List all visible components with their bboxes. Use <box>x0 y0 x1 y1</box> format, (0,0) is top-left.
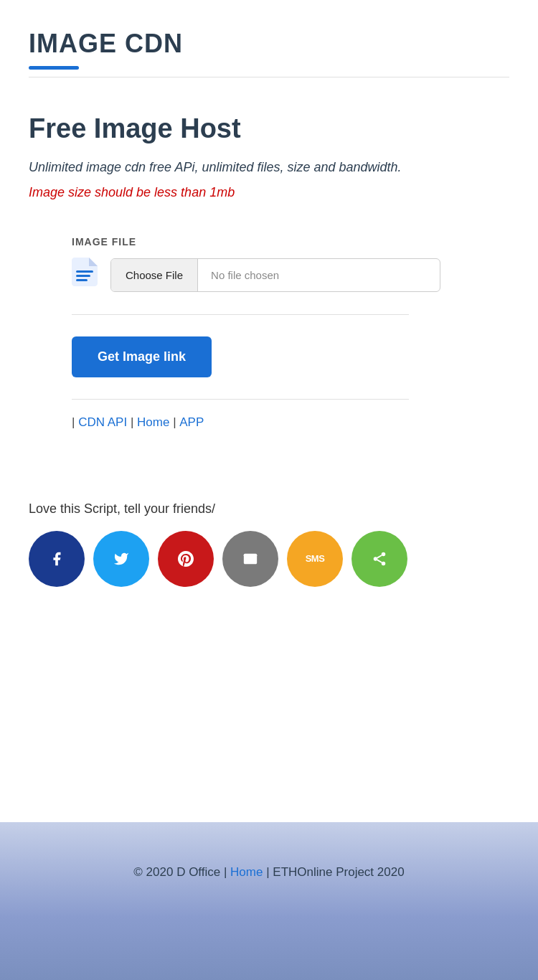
facebook-share-button[interactable] <box>29 531 85 587</box>
file-document-icon <box>72 258 98 293</box>
footer-copyright: © 2020 D Office | <box>133 865 230 879</box>
no-file-label: No file chosen <box>198 259 292 291</box>
svg-rect-0 <box>76 270 93 273</box>
social-section: Love this Script, tell your friends/ SMS <box>0 458 538 616</box>
svg-line-7 <box>377 555 382 558</box>
footer-home-link[interactable]: Home <box>230 865 263 879</box>
get-image-link-button[interactable]: Get Image link <box>72 336 212 377</box>
file-input-wrapper[interactable]: Choose File No file chosen <box>110 258 440 292</box>
main-content: Free Image Host Unlimited image cdn free… <box>0 77 538 458</box>
links-divider <box>72 399 409 400</box>
home-link[interactable]: Home <box>137 415 169 429</box>
email-share-button[interactable] <box>222 531 278 587</box>
twitter-share-button[interactable] <box>93 531 149 587</box>
header: IMAGE CDN <box>0 0 538 77</box>
file-input-row: Choose File No file chosen <box>72 258 509 293</box>
social-buttons: SMS <box>29 531 509 587</box>
svg-point-3 <box>382 552 386 557</box>
general-share-button[interactable] <box>351 531 407 587</box>
form-label: IMAGE FILE <box>72 236 509 248</box>
footer-text: © 2020 D Office | Home | ETHOnline Proje… <box>29 865 509 880</box>
social-label: Love this Script, tell your friends/ <box>29 501 509 517</box>
app-link[interactable]: APP <box>179 415 204 429</box>
cdn-api-link[interactable]: CDN API <box>78 415 127 429</box>
upload-form: IMAGE FILE Choose Fil <box>72 236 509 430</box>
sms-share-button[interactable]: SMS <box>287 531 343 587</box>
page-heading: Free Image Host <box>29 113 509 144</box>
hero-description: Unlimited image cdn free APi, unlimited … <box>29 157 509 178</box>
header-accent-bar <box>29 66 79 70</box>
size-warning: Image size should be less than 1mb <box>29 185 509 200</box>
svg-line-6 <box>377 560 382 562</box>
pinterest-share-button[interactable] <box>158 531 214 587</box>
footer: © 2020 D Office | Home | ETHOnline Proje… <box>0 822 538 980</box>
svg-rect-1 <box>76 275 90 277</box>
form-divider <box>72 314 409 315</box>
nav-links: | CDN API | Home | APP <box>72 415 509 430</box>
svg-rect-2 <box>76 279 88 281</box>
footer-suffix: | ETHOnline Project 2020 <box>263 865 404 879</box>
svg-point-4 <box>374 557 378 561</box>
site-title: IMAGE CDN <box>29 29 509 59</box>
choose-file-button[interactable]: Choose File <box>111 259 198 291</box>
svg-point-5 <box>382 561 386 565</box>
